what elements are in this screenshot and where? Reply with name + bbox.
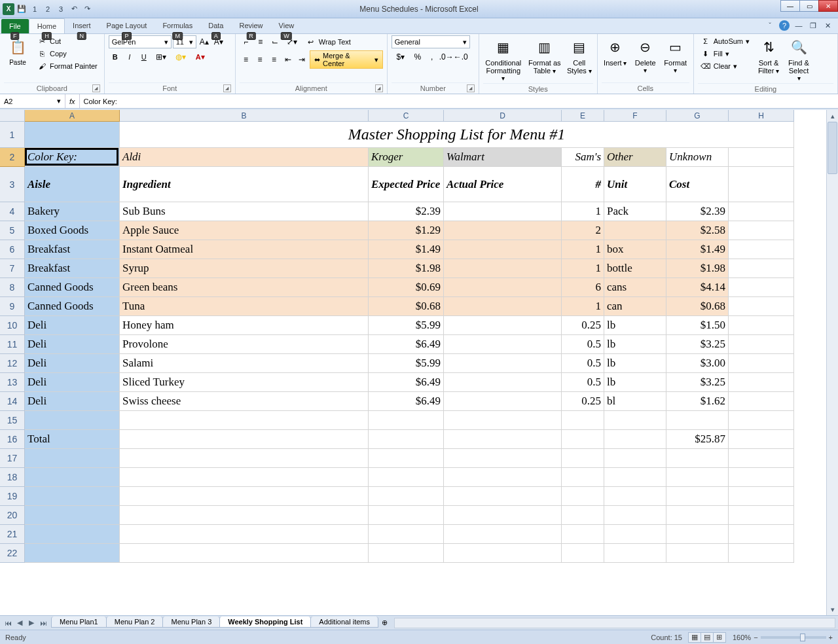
- cell[interactable]: [369, 525, 444, 544]
- cell[interactable]: Canned Goods: [25, 297, 120, 316]
- cell[interactable]: [604, 506, 666, 525]
- zoom-out-button[interactable]: −: [754, 634, 757, 641]
- format-cells-button[interactable]: ▭Format ▾: [662, 35, 689, 75]
- first-sheet-icon[interactable]: ⏮: [3, 618, 13, 628]
- font-color-button[interactable]: A▾: [191, 50, 210, 63]
- last-sheet-icon[interactable]: ⏭: [38, 618, 48, 628]
- sort-filter-button[interactable]: ⇅Sort & Filter ▾: [755, 35, 782, 76]
- insert-cells-button[interactable]: ⊕Insert ▾: [602, 35, 629, 68]
- cell[interactable]: Green beans: [120, 278, 369, 297]
- cell[interactable]: $25.87: [666, 430, 729, 449]
- row-header[interactable]: 22: [0, 544, 25, 563]
- cell[interactable]: [666, 411, 729, 430]
- cell[interactable]: 0.25: [562, 392, 604, 411]
- column-header-B[interactable]: B: [120, 110, 369, 122]
- cell[interactable]: Aldi: [120, 148, 369, 167]
- column-header-F[interactable]: F: [604, 110, 666, 122]
- row-header[interactable]: 18: [0, 468, 25, 487]
- cell[interactable]: [444, 487, 562, 506]
- cell[interactable]: Pack: [604, 202, 666, 221]
- cell[interactable]: Breakfast: [25, 259, 120, 278]
- cell[interactable]: [444, 544, 562, 563]
- cell[interactable]: $0.69: [369, 278, 444, 297]
- cell[interactable]: [666, 544, 729, 563]
- tab-insert[interactable]: InsertN: [65, 18, 99, 33]
- horizontal-scrollbar[interactable]: [394, 618, 835, 628]
- cell[interactable]: Deli: [25, 373, 120, 392]
- cell[interactable]: [444, 354, 562, 373]
- cell[interactable]: bl: [604, 392, 666, 411]
- cell[interactable]: 1: [562, 259, 604, 278]
- qat-save-icon[interactable]: 💾: [16, 3, 27, 15]
- cell[interactable]: $3.25: [666, 373, 729, 392]
- cell[interactable]: [604, 487, 666, 506]
- cell[interactable]: Salami: [120, 354, 369, 373]
- cell[interactable]: [120, 411, 369, 430]
- cell[interactable]: lb: [604, 316, 666, 335]
- row-header[interactable]: 13: [0, 373, 25, 392]
- cell[interactable]: $6.49: [369, 373, 444, 392]
- cell[interactable]: [25, 449, 120, 468]
- cell[interactable]: $0.68: [666, 297, 729, 316]
- zoom-slider[interactable]: [761, 636, 826, 639]
- row-header[interactable]: 5: [0, 221, 25, 240]
- row-header[interactable]: 12: [0, 354, 25, 373]
- cell[interactable]: Kroger: [369, 148, 444, 167]
- cell[interactable]: $6.49: [369, 335, 444, 354]
- cell[interactable]: [562, 468, 604, 487]
- cell[interactable]: $6.49: [369, 392, 444, 411]
- cell[interactable]: [729, 449, 794, 468]
- tab-home[interactable]: HomeH: [29, 18, 65, 33]
- cell[interactable]: [369, 544, 444, 563]
- cell[interactable]: $5.99: [369, 316, 444, 335]
- cell[interactable]: [729, 278, 794, 297]
- help-icon[interactable]: ?: [779, 20, 790, 31]
- cell[interactable]: cans: [604, 278, 666, 297]
- cell[interactable]: 0.5: [562, 373, 604, 392]
- fill-color-button[interactable]: ◍▾: [172, 50, 190, 63]
- cell[interactable]: [666, 506, 729, 525]
- cell[interactable]: 0.25: [562, 316, 604, 335]
- sheet-tab[interactable]: Additional items: [310, 617, 378, 628]
- cell[interactable]: [444, 202, 562, 221]
- workbook-close-icon[interactable]: ✕: [822, 20, 833, 31]
- cell[interactable]: Deli: [25, 335, 120, 354]
- column-header-D[interactable]: D: [444, 110, 562, 122]
- cell[interactable]: [369, 411, 444, 430]
- cell[interactable]: Apple Sauce: [120, 221, 369, 240]
- cell[interactable]: Canned Goods: [25, 278, 120, 297]
- dialog-launcher-icon[interactable]: ◢: [92, 84, 100, 92]
- cell[interactable]: $1.49: [369, 240, 444, 259]
- cell[interactable]: [444, 316, 562, 335]
- percent-button[interactable]: %: [411, 50, 424, 63]
- cell[interactable]: [604, 221, 666, 240]
- comma-button[interactable]: ,: [426, 50, 439, 63]
- cell[interactable]: $1.29: [369, 221, 444, 240]
- cell[interactable]: [562, 449, 604, 468]
- cell[interactable]: [666, 449, 729, 468]
- cell[interactable]: Expected Price: [369, 167, 444, 202]
- next-sheet-icon[interactable]: ▶: [26, 618, 37, 628]
- cell[interactable]: #: [562, 167, 604, 202]
- cell[interactable]: Deli: [25, 392, 120, 411]
- cell[interactable]: bottle: [604, 259, 666, 278]
- tab-view[interactable]: ViewW: [271, 18, 302, 33]
- cell[interactable]: Syrup: [120, 259, 369, 278]
- cell[interactable]: Unit: [604, 167, 666, 202]
- cell[interactable]: [729, 335, 794, 354]
- align-center-button[interactable]: ≡: [253, 53, 266, 66]
- delete-cells-button[interactable]: ⊖Delete ▾: [632, 35, 659, 75]
- cell[interactable]: [666, 525, 729, 544]
- row-header[interactable]: 4: [0, 202, 25, 221]
- cell[interactable]: $3.00: [666, 354, 729, 373]
- cell[interactable]: [444, 411, 562, 430]
- cell[interactable]: 2: [562, 221, 604, 240]
- number-format-combo[interactable]: General▾: [392, 35, 470, 48]
- dialog-launcher-icon[interactable]: ◢: [223, 84, 231, 92]
- cell-styles-button[interactable]: ▤Cell Styles ▾: [566, 35, 593, 76]
- cell[interactable]: Color Key:: [25, 148, 120, 167]
- cell[interactable]: [729, 544, 794, 563]
- cell[interactable]: [25, 506, 120, 525]
- column-header-G[interactable]: G: [666, 110, 729, 122]
- cell[interactable]: Other: [604, 148, 666, 167]
